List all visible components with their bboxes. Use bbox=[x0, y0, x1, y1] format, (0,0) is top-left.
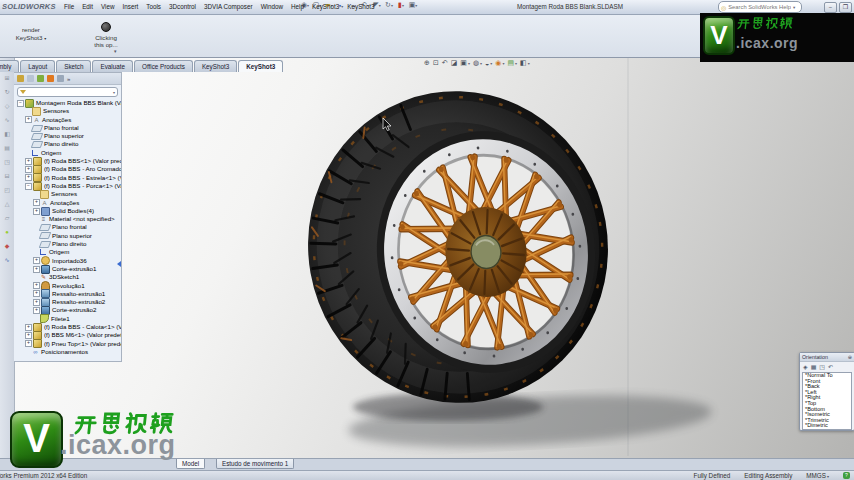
wheel-3d-render[interactable] bbox=[14, 57, 854, 458]
search-input[interactable]: ◎ Search SolidWorks Help ▾ bbox=[718, 1, 802, 13]
tab-assembly[interactable]: Assembly bbox=[0, 60, 19, 72]
tree-item[interactable]: +(f) Pneu Top<1> (Valor predete bbox=[14, 340, 121, 348]
previous-view-icon[interactable]: ↶ bbox=[828, 363, 833, 370]
motion-icon[interactable]: ◆ bbox=[0, 239, 14, 253]
mate-icon[interactable]: ∿ bbox=[0, 113, 14, 127]
edit-appearance-icon[interactable]: ◉▾ bbox=[495, 59, 504, 67]
options-icon[interactable]: ▣▾ bbox=[408, 1, 418, 9]
expand-toggle[interactable]: + bbox=[25, 158, 32, 165]
menu-keyshot3[interactable]: KeyShot3 bbox=[343, 3, 378, 10]
minimize-button[interactable]: − bbox=[824, 2, 837, 13]
search-dropdown-icon[interactable]: ▾ bbox=[793, 5, 795, 10]
plane-icon[interactable]: ▱ bbox=[0, 211, 14, 225]
menu-edit[interactable]: Edit bbox=[78, 3, 97, 10]
menu-tools[interactable]: Tools bbox=[142, 3, 165, 10]
smart-fastener-icon[interactable]: ◳ bbox=[0, 155, 14, 169]
configurationmanager-tab-icon[interactable] bbox=[37, 75, 44, 82]
tree-item[interactable]: Origem bbox=[14, 248, 121, 256]
menu-3dvia-composer[interactable]: 3DVIA Composer bbox=[200, 3, 257, 10]
addins-tab-icon[interactable] bbox=[57, 75, 64, 82]
keyshot-option-button[interactable]: Clicking this op... bbox=[84, 22, 128, 48]
status-help-icon[interactable]: ? bbox=[843, 472, 850, 479]
menu-3dcontrol[interactable]: 3Dcontrol bbox=[165, 3, 200, 10]
menu-file[interactable]: File bbox=[60, 3, 78, 10]
tree-item[interactable]: ∞Posicionamentos bbox=[14, 348, 121, 356]
tree-item[interactable]: ✎3DSketch1 bbox=[14, 273, 121, 281]
tab-evaluate[interactable]: Evaluate bbox=[92, 60, 133, 72]
tree-item[interactable]: +(f) Roda BBS<1> (Valor predete bbox=[14, 157, 121, 165]
tree-item[interactable]: Plano superior bbox=[14, 132, 121, 140]
keyshot-icon[interactable]: ▮▾ bbox=[396, 1, 406, 9]
tree-item[interactable]: Plano frontal bbox=[14, 124, 121, 132]
new-view-icon[interactable]: ◈ bbox=[803, 363, 808, 370]
zoom-fit-icon[interactable]: ⊕ bbox=[424, 59, 430, 67]
tree-item[interactable]: +Solid Bodies(4) bbox=[14, 207, 121, 215]
update-views-icon[interactable]: ▦ bbox=[811, 363, 817, 370]
tree-item[interactable]: +(f) Roda BBS - Calota<1> (Valo bbox=[14, 323, 121, 331]
menu-keyshot3[interactable]: KeyShot3 bbox=[308, 3, 343, 10]
tree-item[interactable]: Sensores bbox=[14, 107, 121, 115]
pattern-icon[interactable]: ▤ bbox=[0, 141, 14, 155]
tree-item[interactable]: Sensores bbox=[14, 190, 121, 198]
tree-item[interactable]: Filete1 bbox=[14, 315, 121, 323]
tab-keyshot3[interactable]: KeyShot3 bbox=[194, 60, 237, 72]
tab-layout[interactable]: Layout bbox=[20, 60, 55, 72]
orientation-view-item[interactable]: *Dimetric bbox=[803, 423, 851, 429]
simulation-icon[interactable]: ∿ bbox=[0, 253, 14, 267]
tree-item[interactable]: Plano superior bbox=[14, 232, 121, 240]
panel-collapse-arrow[interactable] bbox=[117, 261, 121, 267]
tab-keyshot3[interactable]: KeyShot3 bbox=[238, 60, 283, 72]
expand-toggle[interactable]: + bbox=[33, 257, 40, 264]
sketch-icon[interactable]: △ bbox=[0, 197, 14, 211]
section-view-icon[interactable]: ◪ bbox=[451, 59, 458, 67]
move-icon[interactable]: ⊞ bbox=[0, 71, 14, 85]
render-keyshot-button[interactable]: render KeyShot3 ▾ bbox=[0, 26, 70, 43]
zoom-area-icon[interactable]: ⊡ bbox=[433, 59, 439, 67]
propertymanager-tab-icon[interactable] bbox=[27, 75, 34, 82]
tree-item[interactable]: −Montagem Roda BBS Blank (Valor bbox=[14, 99, 121, 107]
tree-item[interactable]: +(f) Roda BBS - Estrela<1> (Valo bbox=[14, 174, 121, 182]
appearance-ball-icon[interactable]: ● bbox=[0, 225, 14, 239]
component-icon[interactable]: ◧ bbox=[0, 127, 14, 141]
tree-item[interactable]: −(f) Roda BBS - Porca<1> (Valor bbox=[14, 182, 121, 190]
tree-item[interactable]: +Corte-extrusão2 bbox=[14, 306, 121, 314]
tab-office-products[interactable]: Office Products bbox=[134, 60, 193, 72]
expand-toggle[interactable]: + bbox=[33, 199, 40, 206]
exploded-icon[interactable]: ⊟ bbox=[0, 169, 14, 183]
expand-toggle[interactable]: − bbox=[17, 100, 24, 107]
expand-toggle[interactable]: + bbox=[33, 290, 40, 297]
tree-item[interactable]: +AAnotações bbox=[14, 116, 121, 124]
expand-toggle[interactable]: + bbox=[25, 324, 32, 331]
previous-view-icon[interactable]: ↶ bbox=[442, 59, 448, 67]
section-icon[interactable]: ◰ bbox=[0, 183, 14, 197]
tree-item[interactable]: +Corte-extrusão1 bbox=[14, 265, 121, 273]
tree-item[interactable]: +Ressalto-extrusão2 bbox=[14, 298, 121, 306]
orientation-header[interactable]: Orientation ⊕ bbox=[800, 353, 854, 362]
hide-show-items-icon[interactable]: ◒▾ bbox=[485, 60, 492, 67]
tree-item[interactable]: Origem bbox=[14, 149, 121, 157]
menu-insert[interactable]: Insert bbox=[119, 3, 143, 10]
tree-item[interactable]: Plano direito bbox=[14, 140, 121, 148]
tree-item[interactable]: Plano frontal bbox=[14, 223, 121, 231]
expand-toggle[interactable]: + bbox=[33, 282, 40, 289]
measure-icon[interactable]: ◇ bbox=[0, 99, 14, 113]
tab-sketch[interactable]: Sketch bbox=[56, 60, 91, 72]
view-settings-icon[interactable]: ◧▾ bbox=[520, 59, 530, 67]
units-selector[interactable]: MMGS ▾ bbox=[806, 472, 829, 479]
menu-view[interactable]: View bbox=[97, 3, 119, 10]
rebuild-icon[interactable]: ↻▾ bbox=[384, 1, 394, 9]
expand-toggle[interactable]: + bbox=[25, 340, 32, 347]
rotate-icon[interactable]: ↻ bbox=[0, 85, 14, 99]
bottom-tab-model[interactable]: Model bbox=[176, 459, 205, 469]
tree-item[interactable]: +AAnotações bbox=[14, 199, 121, 207]
tree-item[interactable]: +Importado36 bbox=[14, 257, 121, 265]
reset-views-icon[interactable]: ◳ bbox=[819, 363, 825, 370]
displaymanager-tab-icon[interactable] bbox=[47, 75, 54, 82]
expand-toggle[interactable]: + bbox=[25, 174, 32, 181]
expand-toggle[interactable]: + bbox=[33, 266, 40, 273]
expand-toggle[interactable]: − bbox=[25, 183, 32, 190]
tree-item[interactable]: +Revolução1 bbox=[14, 282, 121, 290]
bottom-tab-motion-study[interactable]: Estudo de movimento 1 bbox=[216, 459, 294, 469]
menu-window[interactable]: Window bbox=[257, 3, 287, 10]
menu-help[interactable]: Help bbox=[287, 3, 308, 10]
